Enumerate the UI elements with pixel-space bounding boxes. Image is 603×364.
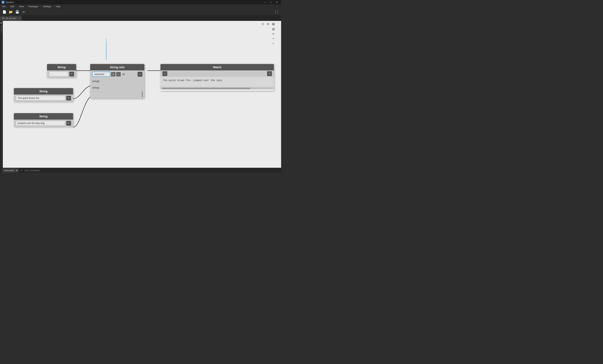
layout-button[interactable]: ⊞ — [266, 22, 270, 26]
scroll-handle[interactable] — [142, 91, 143, 97]
main-area: ▶ Library 1 String > — [0, 21, 281, 168]
string-node-3-input[interactable] — [16, 121, 65, 125]
undo-button[interactable]: ↩ — [21, 9, 26, 15]
string-node-2-header: String — [14, 88, 73, 94]
string-node-3: String > — [14, 113, 73, 127]
menu-settings[interactable]: Settings — [42, 5, 52, 8]
zoom-in-button[interactable]: + — [271, 32, 276, 36]
string-node-2: String > — [14, 88, 73, 102]
menu-packages[interactable]: Packages — [28, 5, 39, 8]
string-node-1-header: String — [47, 64, 76, 70]
watch-scrollbar[interactable] — [162, 88, 272, 89]
string0-label: string0 — [92, 80, 99, 83]
separator-row: + - str > — [90, 70, 144, 78]
number-label: 1 — [105, 38, 107, 41]
watch-node: Watch > > The quick brown fox--jumped ov… — [161, 64, 274, 91]
menu-help[interactable]: Help — [55, 5, 61, 8]
str-label: str — [122, 73, 125, 76]
status-bar: Automatic ▼ Run completed. — [0, 168, 281, 172]
zoom-out-button[interactable]: − — [271, 36, 276, 41]
tab-filename: 04_04_02.dyn* — [2, 17, 17, 20]
string-node-1: String > — [47, 64, 76, 78]
right-top-bar: ⊡ ⊞ ▦ — [261, 22, 276, 26]
string0-row: string0 — [90, 78, 144, 84]
app-title: Dynamo — [6, 1, 14, 3]
minus-button[interactable]: - — [116, 72, 121, 77]
menu-bar: File Edit View Packages Settings Help — [0, 4, 281, 8]
run-mode-select[interactable]: Automatic — [2, 168, 19, 172]
string-node-2-arrow[interactable]: > — [66, 96, 71, 101]
string-node-3-header: String — [14, 113, 73, 120]
menu-edit[interactable]: Edit — [10, 5, 15, 8]
watch-header: Watch — [161, 64, 274, 70]
string-node-1-arrow[interactable]: > — [69, 72, 74, 77]
save-button[interactable]: 💾 — [14, 9, 20, 15]
close-button[interactable]: ✕ — [274, 0, 279, 4]
new-file-button[interactable]: 📄 — [2, 9, 7, 15]
string-node-3-arrow[interactable]: > — [66, 121, 71, 125]
plus-button[interactable]: + — [111, 72, 116, 77]
watch-output: The quick brown fox--jumped over the laz… — [161, 77, 274, 87]
tab-close-icon[interactable]: ✕ — [18, 17, 20, 20]
app-icon: D — [2, 1, 4, 4]
canvas[interactable]: 1 String > String > String — [3, 21, 281, 168]
menu-view[interactable]: View — [18, 5, 25, 8]
tab-bar: 04_04_02.dyn* ✕ — [0, 16, 281, 21]
watch-left-arrow[interactable]: > — [162, 71, 167, 76]
string-node-2-input[interactable] — [16, 96, 65, 101]
zoom-fit-button[interactable]: ⊡ — [261, 22, 265, 26]
status-text: Run completed. — [25, 169, 40, 171]
string1-row: string1 — [90, 84, 144, 91]
side-panel: ▶ Library — [0, 21, 3, 168]
open-file-button[interactable]: 📂 — [8, 9, 14, 15]
add-button[interactable]: + — [271, 41, 276, 46]
watch-right-arrow[interactable]: > — [267, 71, 272, 76]
separator-input[interactable] — [92, 72, 110, 77]
title-bar: D Dynamo — □ ✕ — [0, 0, 281, 4]
zoom-controls: ⊡ + − + — [271, 27, 276, 46]
string1-label: string1 — [92, 86, 99, 89]
minimize-button[interactable]: — — [262, 0, 267, 4]
tab-file[interactable]: 04_04_02.dyn* ✕ — [0, 16, 22, 21]
string-node-1-input[interactable] — [49, 72, 68, 77]
toolbar: 📄 📂 💾 ↩ ⛶ — [0, 8, 281, 16]
side-panel-toggle[interactable]: ▶ — [0, 22, 2, 24]
maximize-button[interactable]: □ — [268, 0, 274, 4]
string-join-node: String.Join + - str > string0 string1 — [90, 64, 144, 99]
zoom-fit-icon[interactable]: ⊡ — [271, 27, 276, 31]
string-join-header: String.Join — [90, 64, 144, 70]
fullscreen-button[interactable]: ⛶ — [274, 9, 279, 15]
menu-file[interactable]: File — [1, 5, 6, 8]
library-label: Library — [0, 25, 2, 33]
watch-scrollbar-thumb — [162, 88, 250, 89]
grid-button[interactable]: ▦ — [271, 22, 276, 26]
str-arrow-button[interactable]: > — [138, 72, 142, 77]
